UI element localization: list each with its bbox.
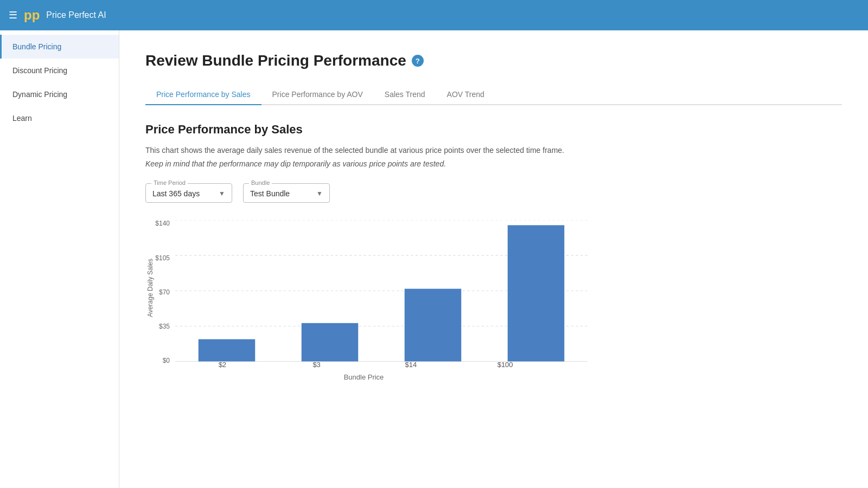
app-title: Price Perfect AI bbox=[46, 10, 106, 20]
bundle-value: Test Bundle bbox=[250, 189, 290, 198]
tab-price-performance-aov[interactable]: Price Performance by AOV bbox=[261, 85, 374, 105]
chevron-down-icon-bundle: ▼ bbox=[316, 190, 323, 197]
layout: Bundle Pricing Discount Pricing Dynamic … bbox=[0, 0, 868, 488]
sidebar-item-learn[interactable]: Learn bbox=[0, 106, 119, 130]
tab-price-performance-sales[interactable]: Price Performance by Sales bbox=[145, 85, 261, 105]
time-period-select[interactable]: Last 365 days ▼ bbox=[152, 187, 225, 198]
chart-container: Average Daily Sales $0$35$70$105$140 $2$… bbox=[145, 220, 558, 383]
bundle-filter[interactable]: Bundle Test Bundle ▼ bbox=[243, 183, 330, 203]
page-title-row: Review Bundle Pricing Performance ? bbox=[145, 52, 842, 69]
x-tick-label: $100 bbox=[458, 361, 552, 369]
x-tick-label: $3 bbox=[270, 361, 364, 369]
time-period-filter[interactable]: Time Period Last 365 days ▼ bbox=[145, 183, 232, 203]
tab-aov-trend[interactable]: AOV Trend bbox=[436, 85, 495, 105]
svg-rect-6 bbox=[302, 323, 359, 362]
svg-rect-5 bbox=[199, 339, 256, 362]
tab-sales-trend[interactable]: Sales Trend bbox=[374, 85, 436, 105]
app-logo: pp bbox=[24, 8, 40, 23]
sidebar-label-dynamic-pricing: Dynamic Pricing bbox=[12, 90, 67, 99]
svg-rect-7 bbox=[405, 289, 462, 362]
menu-icon[interactable]: ☰ bbox=[9, 9, 17, 21]
main-content: Review Bundle Pricing Performance ? Pric… bbox=[119, 30, 868, 488]
x-axis-label: Bundle Price bbox=[344, 373, 384, 381]
filters: Time Period Last 365 days ▼ Bundle Test … bbox=[145, 183, 842, 203]
sidebar-item-discount-pricing[interactable]: Discount Pricing bbox=[0, 59, 119, 82]
sidebar-item-bundle-pricing[interactable]: Bundle Pricing bbox=[0, 35, 119, 59]
section-note: Keep in mind that the performance may di… bbox=[145, 159, 842, 168]
bar-chart bbox=[175, 220, 588, 362]
svg-rect-8 bbox=[508, 226, 565, 362]
bundle-select[interactable]: Test Bundle ▼ bbox=[250, 187, 323, 198]
sidebar-label-bundle-pricing: Bundle Pricing bbox=[12, 42, 61, 51]
app-header: ☰ pp Price Perfect AI bbox=[0, 0, 868, 30]
time-period-value: Last 365 days bbox=[152, 189, 200, 198]
sidebar-item-dynamic-pricing[interactable]: Dynamic Pricing bbox=[0, 82, 119, 106]
x-tick-label: $14 bbox=[364, 361, 458, 369]
sidebar: Bundle Pricing Discount Pricing Dynamic … bbox=[0, 30, 119, 488]
chevron-down-icon: ▼ bbox=[219, 190, 225, 197]
sidebar-label-learn: Learn bbox=[12, 114, 32, 123]
time-period-label: Time Period bbox=[151, 179, 188, 186]
page-title: Review Bundle Pricing Performance bbox=[145, 52, 406, 69]
sidebar-label-discount-pricing: Discount Pricing bbox=[12, 66, 67, 75]
x-tick-label: $2 bbox=[175, 361, 270, 369]
help-icon[interactable]: ? bbox=[412, 55, 424, 67]
x-axis-labels: $2$3$14$100 bbox=[175, 361, 552, 369]
section-description: This chart shows the average daily sales… bbox=[145, 144, 842, 156]
tabs-bar: Price Performance by Sales Price Perform… bbox=[145, 85, 842, 105]
section-title: Price Performance by Sales bbox=[145, 123, 842, 137]
bundle-label: Bundle bbox=[249, 179, 272, 186]
